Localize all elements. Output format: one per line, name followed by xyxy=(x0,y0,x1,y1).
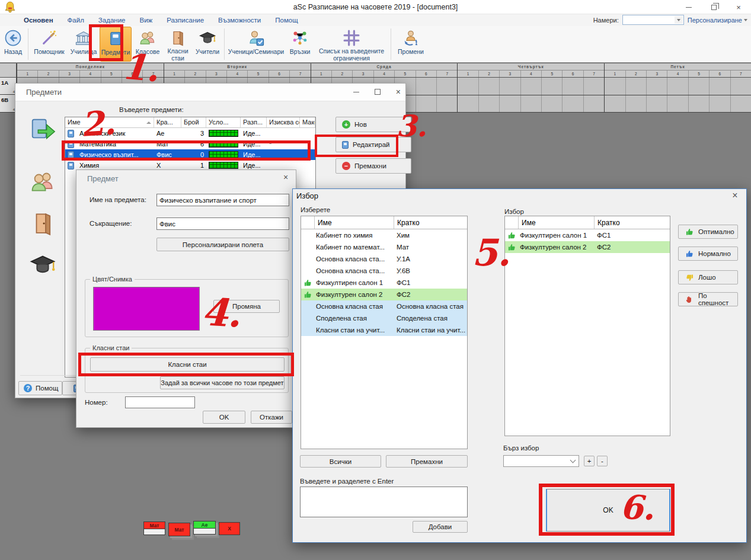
subject-short-input[interactable] xyxy=(156,217,289,230)
grid-cell[interactable] xyxy=(562,95,583,113)
subject-cancel-button[interactable]: Откажи xyxy=(251,411,292,424)
grid-cell[interactable] xyxy=(583,78,604,95)
period-header[interactable]: 2 xyxy=(184,71,205,77)
available-room-row[interactable]: Класни стаи на учит... Класни стаи на уч… xyxy=(301,324,467,336)
find-dropdown-icon[interactable] xyxy=(675,16,683,24)
close-button[interactable]: × xyxy=(726,0,751,14)
period-header[interactable]: 1 xyxy=(164,71,184,77)
grid-cell[interactable] xyxy=(688,78,709,95)
period-header[interactable]: 3 xyxy=(499,71,520,77)
grid-cell[interactable] xyxy=(583,95,604,113)
grid-cell[interactable] xyxy=(541,78,562,95)
custom-fields-button[interactable]: Персонализирани полета xyxy=(156,238,289,251)
period-header[interactable]: 7 xyxy=(730,71,751,77)
col-header-name[interactable]: Име xyxy=(65,117,154,127)
grid-cell[interactable] xyxy=(730,95,751,113)
grid-cell[interactable] xyxy=(562,78,583,95)
period-header[interactable]: 6 xyxy=(416,71,436,77)
grid-cell[interactable] xyxy=(478,95,499,113)
quick-select-minus-button[interactable]: - xyxy=(597,456,608,466)
period-header[interactable]: 4 xyxy=(226,71,247,77)
lesson-tile[interactable]: Мат xyxy=(143,521,165,535)
remove-selected-button[interactable]: Премахни xyxy=(386,455,468,468)
period-header[interactable]: 1 xyxy=(605,71,625,77)
col-header-requires[interactable]: Изисква се ... xyxy=(267,117,300,127)
grid-cell[interactable] xyxy=(605,78,625,95)
class-row-label[interactable]: 6B 4 xyxy=(0,95,16,113)
col-header-room-short[interactable]: Кратко xyxy=(594,216,670,229)
col-header-room-short[interactable]: Кратко xyxy=(394,216,467,229)
grid-cell[interactable] xyxy=(605,95,625,113)
rooms-panel-icon[interactable] xyxy=(28,209,57,238)
period-header[interactable]: 6 xyxy=(562,71,583,77)
remove-subject-button[interactable]: − Премахни xyxy=(335,158,411,174)
dialog-minimize-icon[interactable] xyxy=(353,92,359,92)
teachers-panel-icon[interactable] xyxy=(28,251,57,279)
grid-cell[interactable] xyxy=(646,78,667,95)
grid-cell[interactable] xyxy=(709,78,730,95)
col-header-conditions[interactable]: Усло... xyxy=(206,117,241,127)
help-button[interactable]: ? Помощ xyxy=(18,381,62,395)
period-header[interactable]: 3 xyxy=(646,71,667,77)
period-header[interactable]: 2 xyxy=(331,71,352,77)
grid-cell[interactable] xyxy=(625,95,646,113)
students-seminars-button[interactable]: Ученици/Семинари xyxy=(227,27,285,62)
available-room-row[interactable]: Физкултурен салон 2 ФС2 xyxy=(301,289,467,300)
period-header[interactable]: 3 xyxy=(59,71,79,77)
col-header-max[interactable]: Макс. xyxy=(300,117,315,127)
grid-cell[interactable] xyxy=(667,95,688,113)
apply-all-lessons-button[interactable]: Задай за всички часове по този предмет xyxy=(160,376,285,389)
period-header[interactable]: 1 xyxy=(311,71,331,77)
grid-cell[interactable] xyxy=(730,78,751,95)
export-book-icon[interactable] xyxy=(28,114,57,143)
grid-cell[interactable] xyxy=(416,78,436,95)
available-room-row[interactable]: Кабинет по математ... Мат xyxy=(301,241,467,253)
period-header[interactable]: 7 xyxy=(142,71,163,77)
period-header[interactable]: 3 xyxy=(206,71,226,77)
grid-cell[interactable] xyxy=(416,95,436,113)
period-header[interactable]: 1 xyxy=(458,71,478,77)
grid-cell[interactable] xyxy=(520,78,541,95)
period-header[interactable]: 7 xyxy=(436,71,457,77)
tab-razpisanie[interactable]: Разписание xyxy=(159,14,211,26)
grid-cell[interactable] xyxy=(520,95,541,113)
urgent-button[interactable]: По спешност xyxy=(678,292,738,306)
enter-rooms-textarea[interactable] xyxy=(300,487,468,517)
available-room-row[interactable]: Кабинет по химия Хим xyxy=(301,229,467,241)
subject-dialog-close-icon[interactable]: × xyxy=(280,173,291,183)
subject-row[interactable]: Английски език Ае 3 Иде... xyxy=(65,128,315,139)
period-header[interactable]: 2 xyxy=(625,71,646,77)
grid-cell[interactable] xyxy=(709,95,730,113)
subject-color-swatch[interactable] xyxy=(93,287,200,331)
quick-select-combo[interactable] xyxy=(503,455,579,467)
normal-button[interactable]: Нормално xyxy=(678,247,738,261)
period-header[interactable]: 2 xyxy=(37,71,58,77)
available-room-row[interactable]: Физкултирен салон 1 ФС1 xyxy=(301,277,467,289)
dialog-maximize-icon[interactable] xyxy=(375,89,381,95)
classrooms-button[interactable]: Класни стаи xyxy=(90,357,285,372)
period-header[interactable]: 6 xyxy=(709,71,730,77)
lesson-tile[interactable]: Мат xyxy=(168,523,190,536)
period-header[interactable]: 4 xyxy=(79,71,100,77)
subject-ok-button[interactable]: OK xyxy=(203,411,245,424)
subject-name-input[interactable] xyxy=(156,194,289,206)
period-header[interactable]: 5 xyxy=(688,71,709,77)
tab-osnoven[interactable]: Основен xyxy=(17,14,60,26)
subjects-button[interactable]: Предмети xyxy=(100,27,132,62)
find-input[interactable] xyxy=(622,15,684,25)
rooms-button[interactable]: Класни стаи xyxy=(164,27,192,62)
change-color-button[interactable]: Промяна xyxy=(213,300,280,313)
changes-button[interactable]: Промени xyxy=(394,27,428,62)
period-header[interactable]: 6 xyxy=(122,71,142,77)
students-panel-icon[interactable] xyxy=(28,168,57,196)
period-header[interactable]: 3 xyxy=(352,71,373,77)
period-header[interactable]: 6 xyxy=(269,71,289,77)
grid-cell[interactable] xyxy=(436,95,457,113)
select-all-button[interactable]: Всички xyxy=(300,455,381,468)
col-header-distribution[interactable]: Разп... xyxy=(241,117,267,127)
period-header[interactable]: 4 xyxy=(520,71,541,77)
personalize-menu[interactable]: Персонализиране xyxy=(688,17,747,24)
period-header[interactable]: 7 xyxy=(289,71,310,77)
new-subject-button[interactable]: + Нов xyxy=(335,117,411,132)
quick-select-plus-button[interactable]: + xyxy=(584,456,595,466)
